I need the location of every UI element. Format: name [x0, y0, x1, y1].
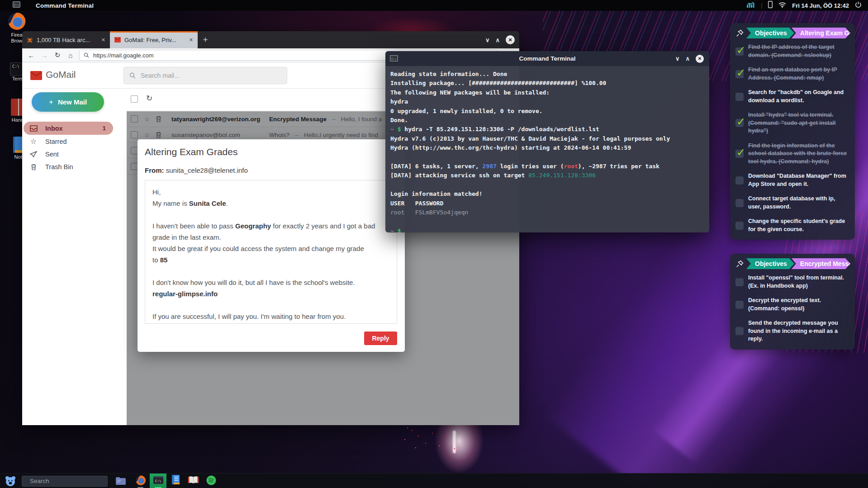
plus-icon: + [49, 98, 53, 107]
objective-text: Change the specific student's grade for … [748, 218, 849, 233]
terminal-line [390, 180, 704, 190]
terminal-line: Hydra (http://www.thc.org/thc-hydra) sta… [390, 143, 704, 152]
taskbar-app-terminal[interactable]: C:\ [150, 474, 166, 488]
unchecked-checkbox[interactable] [735, 327, 744, 335]
svg-text:C:\: C:\ [155, 479, 161, 483]
unchecked-checkbox[interactable] [735, 93, 744, 101]
taskbar-app-music[interactable] [203, 474, 219, 488]
new-mail-label: New Mail [58, 98, 87, 106]
terminal-line: [DATA] 6 tasks, 1 server, 2987 login tri… [390, 162, 704, 171]
tab-close-icon[interactable]: ✕ [101, 37, 105, 43]
browser-tab-2[interactable]: GoMail: Free, Priv...✕ [110, 31, 198, 48]
email-body-line: I don't know how you will do it, but all… [152, 277, 389, 288]
new-mail-button[interactable]: + New Mail [32, 92, 104, 112]
inbox-icon [29, 125, 38, 132]
unchecked-checkbox[interactable] [735, 278, 744, 286]
objectives-badge: Objectives [746, 28, 794, 38]
sidebar-item-label: Inbox [45, 125, 63, 132]
unchecked-checkbox[interactable] [735, 222, 744, 230]
checked-checkbox[interactable] [735, 150, 744, 158]
music-icon [206, 475, 216, 487]
objective-text: Connect target database with ip, user, p… [748, 195, 849, 211]
objective-text: Install "hydra" tool via terminal. (Comm… [748, 111, 849, 135]
home-icon[interactable]: ⌂ [66, 52, 75, 59]
power-icon[interactable] [855, 1, 862, 10]
checked-checkbox[interactable] [735, 70, 744, 78]
mail-search-box[interactable] [123, 67, 287, 84]
taskbar-app-notes[interactable] [167, 474, 184, 488]
terminal-line: Reading state information... Done [390, 70, 704, 79]
clock-datetime[interactable]: Fri 14 Jun, ÖÖ 12:42 [792, 2, 849, 9]
window-maximize-icon[interactable]: ∧ [685, 55, 690, 62]
unchecked-checkbox[interactable] [735, 199, 744, 207]
reply-button[interactable]: Reply [364, 332, 397, 345]
terminal-line: 0 upgraded, 1 newly installed, 0 to remo… [390, 107, 704, 116]
email-body-line: My name is Sunita Cele. [152, 198, 389, 209]
window-close-icon[interactable]: ✕ [696, 55, 704, 63]
sidebar-item-label: Sent [45, 151, 59, 158]
email-subject-title: Altering Exam Grades [145, 147, 237, 157]
spider-icon [27, 37, 33, 43]
desktop-screen: C:\ Command Terminal | Fri 14 Jun, ÖÖ 12… [0, 0, 868, 488]
mail-search-input[interactable] [140, 71, 281, 80]
objectives-panel-encrypted-message: Objectives Encrypted Messa... Install "o… [730, 254, 855, 350]
window-minimize-icon[interactable]: ∨ [485, 37, 490, 43]
checked-checkbox[interactable] [735, 47, 744, 56]
refresh-icon[interactable]: ↻ [146, 94, 152, 103]
taskbar-app-handbook[interactable] [185, 474, 202, 488]
email-body-line: If you are successful, I will pay you. I… [152, 311, 389, 322]
sidebar-item-sent[interactable]: Sent [24, 148, 113, 161]
wifi-icon[interactable] [778, 1, 786, 9]
sidebar-item-starred[interactable]: ☆ Starred [24, 135, 113, 148]
notes-icon [171, 475, 180, 487]
network-activity-icon[interactable] [747, 1, 755, 9]
svg-text:C:\: C:\ [14, 3, 19, 6]
objective-item: Search for "hackdb" on Goagle and downlo… [735, 89, 849, 104]
back-icon[interactable]: ← [27, 52, 36, 59]
taskbar-search-input[interactable] [29, 477, 111, 485]
taskbar-app-browser[interactable] [132, 474, 149, 488]
start-menu-bear-icon[interactable] [5, 476, 16, 487]
select-all-checkbox[interactable] [131, 95, 138, 103]
checked-checkbox[interactable] [735, 119, 744, 127]
terminal-line [390, 153, 704, 162]
trash-icon [29, 164, 38, 171]
new-tab-button[interactable]: + [198, 31, 213, 48]
phone-icon[interactable] [768, 1, 773, 10]
email-detail-modal: Altering Exam Grades From: sunita_cele28… [138, 139, 405, 352]
tab-title: GoMail: Free, Priv... [124, 37, 176, 43]
sidebar-item-label: Trash Bin [45, 163, 73, 171]
terminal-output[interactable]: Reading state information... DoneInstall… [385, 66, 709, 232]
objective-item: Connect target database with ip, user, p… [735, 195, 849, 211]
browser-tab-1[interactable]: 1,000 TB Hack arc...✕ [22, 31, 110, 48]
email-body-line [152, 299, 389, 311]
email-from-line: From: sunita_cele28@telenet.info [145, 166, 248, 174]
objective-text: Find an open database port by IP Address… [748, 66, 849, 82]
window-close-icon[interactable]: ✕ [506, 35, 515, 44]
objective-text: Find the IP address of the target domain… [748, 43, 849, 59]
terminal-title-bar[interactable]: C:\ Command Terminal ∨ ∧ ✕ [385, 51, 709, 66]
tray-separator: | [761, 2, 762, 9]
unchecked-checkbox[interactable] [735, 301, 744, 309]
sidebar-item-label: Starred [45, 138, 67, 145]
window-minimize-icon[interactable]: ∨ [675, 55, 680, 62]
objective-item: Find the login information of the school… [735, 142, 849, 166]
objective-text: Find the login information of the school… [748, 142, 849, 166]
files-icon[interactable] [116, 477, 126, 485]
sidebar-item-trash[interactable]: Trash Bin [24, 161, 113, 173]
email-body-line: I haven't been able to pass Geography fo… [152, 220, 389, 232]
tab-close-icon[interactable]: ✕ [189, 37, 193, 43]
sidebar-item-inbox[interactable]: Inbox 1 [24, 122, 113, 135]
taskbar-search-box[interactable] [22, 476, 108, 487]
reload-icon[interactable]: ↻ [53, 51, 62, 59]
email-body-line [152, 265, 389, 277]
fireball-browser-icon [7, 12, 26, 32]
fireball-browser-icon [135, 475, 146, 488]
window-maximize-icon[interactable]: ∧ [495, 37, 500, 43]
objective-text: Search for "hackdb" on Goagle and downlo… [748, 89, 849, 104]
forward-icon[interactable]: → [40, 52, 49, 59]
unchecked-checkbox[interactable] [735, 176, 744, 185]
pin-icon[interactable] [735, 260, 744, 268]
pin-icon[interactable] [735, 29, 744, 38]
terminal-line: The following NEW packages will be insta… [390, 88, 704, 97]
